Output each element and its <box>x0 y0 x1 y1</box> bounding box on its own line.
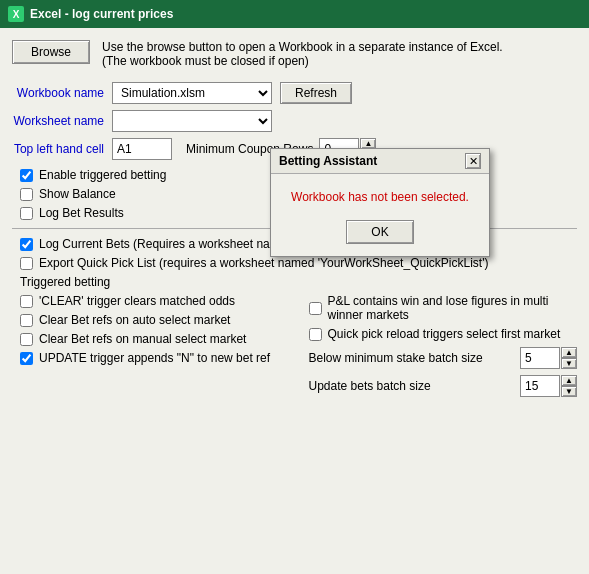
betting-assistant-dialog: Betting Assistant ✕ Workbook has not bee… <box>270 148 490 257</box>
main-content: Browse Use the browse button to open a W… <box>0 28 589 574</box>
dialog-ok-button[interactable]: OK <box>346 220 413 244</box>
app-icon: X <box>8 6 24 22</box>
dialog-overlay: Betting Assistant ✕ Workbook has not bee… <box>0 28 589 574</box>
window-title: Excel - log current prices <box>30 7 173 21</box>
dialog-title: Betting Assistant <box>279 154 377 168</box>
dialog-close-button[interactable]: ✕ <box>465 153 481 169</box>
title-bar: X Excel - log current prices <box>0 0 589 28</box>
dialog-message: Workbook has not been selected. <box>283 190 477 204</box>
dialog-title-bar: Betting Assistant ✕ <box>271 149 489 174</box>
dialog-body: Workbook has not been selected. OK <box>271 174 489 256</box>
app-icon-letter: X <box>13 9 20 20</box>
